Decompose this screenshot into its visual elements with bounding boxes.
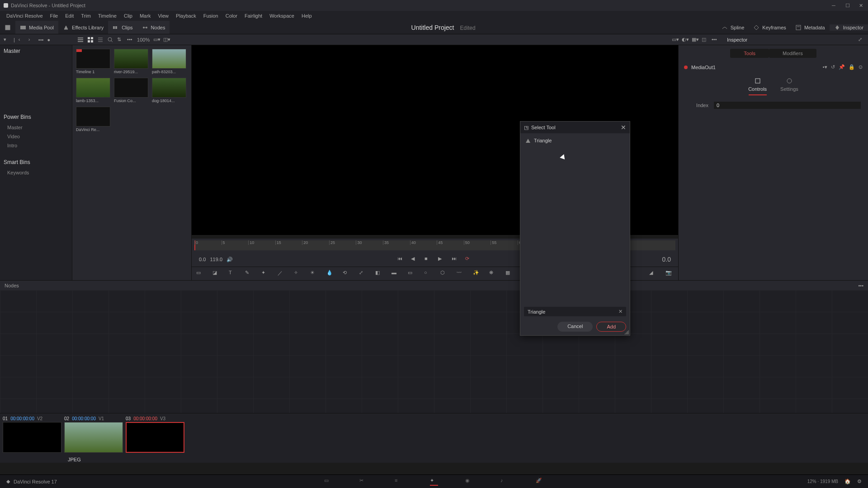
letterbox-tool-icon[interactable]: ▬ <box>392 270 400 278</box>
emitter-tool-icon[interactable]: ❋ <box>489 270 497 278</box>
clip-davinci[interactable]: DaVinci Re... <box>76 107 110 132</box>
tool-item-triangle[interactable]: Triangle <box>520 135 630 146</box>
page-fairlight-icon[interactable]: ♪ <box>500 478 509 486</box>
page-media-icon[interactable]: ▭ <box>324 478 332 486</box>
maximize-icon[interactable]: ☐ <box>845 3 851 8</box>
transform-tool-icon[interactable]: ⟲ <box>343 270 351 278</box>
page-fusion-icon[interactable]: ✦ <box>430 478 438 486</box>
last-frame-icon[interactable]: ⏭ <box>452 256 459 263</box>
particles-tool-icon[interactable]: ✨ <box>473 270 481 278</box>
node-enabled-dot[interactable] <box>684 66 688 69</box>
strip-view-icon[interactable] <box>97 37 104 43</box>
nav-fwd-icon[interactable]: › <box>28 37 35 43</box>
subtab-controls[interactable]: Controls <box>748 77 767 95</box>
smart-bin-keywords[interactable]: Keywords <box>0 168 72 177</box>
wand-tool-icon[interactable]: ✧ <box>294 270 302 278</box>
page-color-icon[interactable]: ◉ <box>465 478 473 486</box>
reset-icon[interactable]: ↺ <box>831 64 835 70</box>
clear-search-icon[interactable]: ✕ <box>618 309 623 314</box>
thumb-view-icon[interactable] <box>87 37 94 43</box>
nodes-graph[interactable] <box>0 290 868 413</box>
tab-modifiers[interactable]: Modifiers <box>769 49 816 58</box>
bottom-clip-03[interactable]: 0300:00:00:00V3 <box>126 416 184 453</box>
page-cut-icon[interactable]: ✂ <box>359 478 368 486</box>
menu-clip[interactable]: Clip <box>120 13 136 19</box>
blur-tool-icon[interactable]: 💧 <box>326 270 335 278</box>
home-icon[interactable]: 🏠 <box>844 479 851 484</box>
camera-tool-icon[interactable]: 📷 <box>665 270 674 278</box>
play-icon[interactable]: ▶ <box>438 256 445 263</box>
clip-timeline1[interactable]: Timeline 1 <box>76 49 110 74</box>
dialog-search[interactable]: ✕ <box>524 307 626 316</box>
options-icon[interactable]: ••• <box>712 37 718 43</box>
clip-path[interactable]: path-83203... <box>152 49 186 74</box>
effects-library-button[interactable]: Effects Library <box>58 21 108 34</box>
page-edit-icon[interactable]: ≡ <box>395 478 403 486</box>
crop-tool-icon[interactable]: ◧ <box>375 270 383 278</box>
viewer-mode-icon[interactable]: ▭▾ <box>672 37 678 43</box>
nodes-button[interactable]: Nodes <box>137 21 170 34</box>
menu-file[interactable]: File <box>47 13 62 19</box>
clip-river[interactable]: river-29519... <box>114 49 148 74</box>
index-field[interactable]: 0 <box>714 102 861 109</box>
more-icon[interactable]: ••• <box>127 37 133 43</box>
lock-icon[interactable]: 🔒 <box>849 64 855 70</box>
stop-icon[interactable]: ■ <box>425 256 432 263</box>
close-window-icon[interactable]: ✕ <box>859 3 864 8</box>
menu-help[interactable]: Help <box>298 13 316 19</box>
rectangle-tool-icon[interactable]: ▭ <box>408 270 416 278</box>
tracker-tool-icon[interactable]: ✦ <box>261 270 269 278</box>
versions-icon[interactable]: ▪▾ <box>823 64 827 70</box>
mask-tool-icon[interactable]: ／ <box>278 270 286 278</box>
search-icon[interactable] <box>107 37 113 43</box>
power-bin-intro[interactable]: Intro <box>0 141 72 150</box>
background-tool-icon[interactable]: ▭ <box>196 270 204 278</box>
nav-back-icon[interactable]: ‹ <box>19 37 25 43</box>
polygon-tool-icon[interactable]: ⬡ <box>440 270 448 278</box>
menu-workspace[interactable]: Workspace <box>266 13 298 19</box>
bspline-tool-icon[interactable]: 〰 <box>457 270 465 278</box>
keyframes-button[interactable]: Keyframes <box>749 24 791 31</box>
bin-dropdown-icon[interactable]: ▾ <box>4 37 10 43</box>
expand-button[interactable] <box>0 21 15 34</box>
clip-dog[interactable]: dog-18014... <box>152 78 186 103</box>
link-icon[interactable]: ⊙ <box>859 64 863 70</box>
menu-fusion[interactable]: Fusion <box>200 13 222 19</box>
gear-icon[interactable]: ⚙ <box>857 479 862 484</box>
zoom-level[interactable]: 100% <box>137 37 150 42</box>
merge-tool-icon[interactable]: ◪ <box>212 270 221 278</box>
render-tool-icon[interactable]: ▩ <box>505 270 514 278</box>
fit-icon[interactable]: ▭▾ <box>153 37 160 43</box>
tab-tools[interactable]: Tools <box>730 49 769 58</box>
shade-tool-icon[interactable]: ◢ <box>649 270 657 278</box>
dialog-close-icon[interactable]: ✕ <box>621 124 626 131</box>
dialog-resize-handle[interactable] <box>624 330 629 334</box>
menu-view[interactable]: View <box>154 13 172 19</box>
menu-edit[interactable]: Edit <box>61 13 77 19</box>
spline-button[interactable]: Spline <box>717 24 749 31</box>
step-back-icon[interactable]: ◀ <box>411 256 418 263</box>
pin-icon[interactable]: 📌 <box>839 64 845 70</box>
clip-fusion[interactable]: Fusion Co... <box>114 78 148 103</box>
ellipse-tool-icon[interactable]: ○ <box>424 270 432 278</box>
speaker-icon[interactable]: 🔊 <box>226 257 233 262</box>
menu-mark[interactable]: Mark <box>136 13 154 19</box>
resize-tool-icon[interactable]: ⤢ <box>359 270 367 278</box>
cancel-button[interactable]: Cancel <box>557 322 593 332</box>
first-frame-icon[interactable]: ⏮ <box>397 256 405 263</box>
menu-color[interactable]: Color <box>222 13 241 19</box>
inspector-button[interactable]: Inspector <box>830 24 868 31</box>
color-icon[interactable]: ◐▾ <box>682 37 688 43</box>
menu-trim[interactable]: Trim <box>77 13 94 19</box>
power-bin-video[interactable]: Video <box>0 132 72 141</box>
sort-icon[interactable]: ⇅ <box>117 37 123 43</box>
path-dots[interactable]: ••• <box>38 37 44 42</box>
split-icon[interactable]: ◫ <box>702 37 708 43</box>
paint-tool-icon[interactable]: ✎ <box>245 270 253 278</box>
list-view-icon[interactable] <box>77 37 84 43</box>
layout-icon[interactable]: ◫▾ <box>163 37 170 43</box>
brightness-tool-icon[interactable]: ☀ <box>310 270 318 278</box>
text-tool-icon[interactable]: T <box>229 270 237 278</box>
page-deliver-icon[interactable]: 🚀 <box>536 478 544 486</box>
bottom-clip-01[interactable]: 0100:00:00:00V2 <box>3 416 61 453</box>
